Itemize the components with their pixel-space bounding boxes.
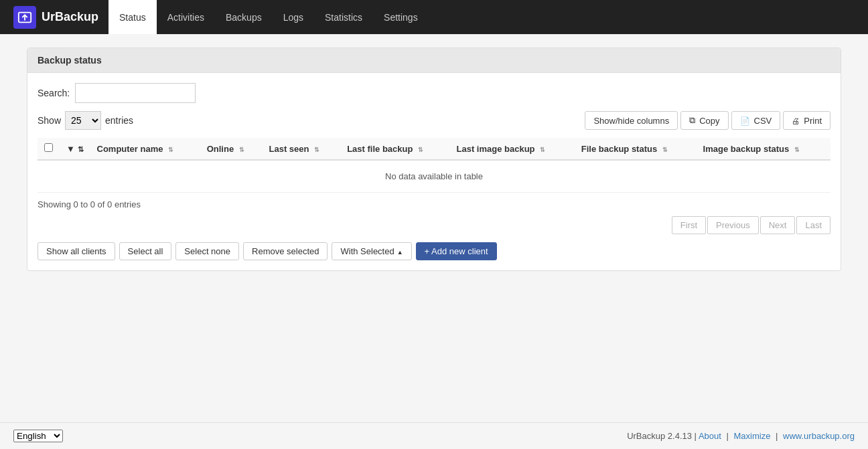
entries-select[interactable]: 10 25 50 100 — [65, 111, 101, 130]
card-title: Backup status — [38, 55, 102, 66]
sort-icon: ⇅ — [78, 145, 84, 153]
nav-item-settings[interactable]: Settings — [373, 0, 429, 34]
sort-last-file-backup: ⇅ — [418, 147, 423, 153]
th-image-backup-status[interactable]: Image backup status ⇅ — [697, 138, 830, 160]
copy-button[interactable]: Copy — [680, 111, 728, 130]
footer-sep1: | — [726, 431, 728, 441]
nav-items: Status Activities Backups Logs Statistic… — [108, 0, 429, 34]
search-label: Search: — [38, 88, 70, 98]
brand-icon — [13, 6, 36, 29]
toolbar-buttons: Show/hide columns Copy CSV Print — [585, 111, 830, 130]
previous-button[interactable]: Previous — [707, 216, 759, 234]
show-hide-columns-button[interactable]: Show/hide columns — [585, 111, 678, 130]
main-content: Backup status Search: Show 10 25 50 100 — [0, 34, 868, 284]
with-selected-icon — [397, 246, 403, 256]
table-header-row: ▼ ⇅ Computer name ⇅ Online ⇅ — [38, 138, 830, 160]
add-new-client-button[interactable]: + Add new client — [416, 242, 497, 260]
first-button[interactable]: First — [672, 216, 706, 234]
copy-icon — [689, 115, 697, 126]
card-header: Backup status — [27, 48, 841, 73]
nav-item-status[interactable]: Status — [108, 0, 157, 34]
brand-svg — [17, 10, 32, 25]
sort-file-backup-status: ⇅ — [662, 147, 668, 153]
th-last-image-backup[interactable]: Last image backup ⇅ — [449, 138, 574, 160]
table-head: ▼ ⇅ Computer name ⇅ Online ⇅ — [38, 138, 830, 160]
footer-version: UrBackup 2.4.13 | — [627, 431, 697, 441]
th-computer-name[interactable]: Computer name ⇅ — [90, 138, 200, 160]
show-label-pre: Show — [38, 115, 61, 126]
footer-about-link[interactable]: About — [699, 431, 721, 441]
pagination-info: Showing 0 to 0 of 0 entries — [38, 199, 830, 209]
footer-maximize-link[interactable]: Maximize — [734, 431, 771, 441]
show-row: Show 10 25 50 100 entries Show/hide colu… — [38, 111, 830, 130]
select-all-checkbox[interactable] — [44, 143, 53, 152]
sort-computer-name: ⇅ — [168, 147, 173, 153]
no-data-row: No data available in table — [38, 160, 830, 193]
nav-item-statistics[interactable]: Statistics — [314, 0, 373, 34]
th-expand: ▼ ⇅ — [60, 138, 90, 160]
brand-logo[interactable]: UrBackup — [7, 6, 105, 29]
select-all-button[interactable]: Select all — [119, 242, 172, 260]
th-last-seen[interactable]: Last seen ⇅ — [263, 138, 341, 160]
search-input[interactable] — [75, 83, 196, 103]
pagination-buttons: First Previous Next Last — [38, 216, 830, 234]
footer: English Deutsch Français Español UrBacku… — [0, 422, 868, 449]
expand-icon: ▼ — [66, 144, 75, 154]
footer-website-link[interactable]: www.urbackup.org — [783, 431, 855, 441]
th-online[interactable]: Online ⇅ — [200, 138, 263, 160]
sort-last-image-backup: ⇅ — [540, 147, 545, 153]
th-file-backup-status[interactable]: File backup status ⇅ — [575, 138, 697, 160]
sort-last-seen: ⇅ — [314, 147, 319, 153]
sort-image-backup-status: ⇅ — [794, 147, 800, 153]
brand-name: UrBackup — [42, 10, 98, 24]
with-selected-button[interactable]: With Selected — [332, 242, 411, 260]
print-button[interactable]: Print — [783, 111, 830, 130]
show-all-clients-button[interactable]: Show all clients — [38, 242, 115, 260]
last-button[interactable]: Last — [796, 216, 830, 234]
next-button[interactable]: Next — [760, 216, 796, 234]
search-row: Search: — [38, 83, 830, 103]
no-data-message: No data available in table — [38, 160, 830, 193]
th-last-file-backup[interactable]: Last file backup ⇅ — [340, 138, 449, 160]
select-none-button[interactable]: Select none — [175, 242, 239, 260]
navbar: UrBackup Status Activities Backups Logs … — [0, 0, 868, 34]
card-body: Search: Show 10 25 50 100 entries — [27, 73, 841, 270]
print-icon — [792, 116, 801, 126]
backup-status-card: Backup status Search: Show 10 25 50 100 — [27, 48, 841, 271]
footer-lang: English Deutsch Français Español — [13, 430, 63, 442]
nav-item-backups[interactable]: Backups — [215, 0, 273, 34]
show-label-post: entries — [105, 115, 133, 126]
language-select[interactable]: English Deutsch Français Español — [13, 430, 63, 442]
table-wrapper: ▼ ⇅ Computer name ⇅ Online ⇅ — [38, 138, 830, 193]
nav-item-activities[interactable]: Activities — [157, 0, 215, 34]
table-body: No data available in table — [38, 160, 830, 193]
th-checkbox — [38, 138, 60, 160]
nav-item-logs[interactable]: Logs — [273, 0, 314, 34]
csv-button[interactable]: CSV — [731, 111, 781, 130]
footer-sep2: | — [776, 431, 778, 441]
action-row: Show all clients Select all Select none … — [38, 242, 830, 260]
backup-table: ▼ ⇅ Computer name ⇅ Online ⇅ — [38, 138, 830, 193]
footer-info: UrBackup 2.4.13 | About | Maximize | www… — [627, 431, 855, 441]
remove-selected-button[interactable]: Remove selected — [243, 242, 328, 260]
sort-online: ⇅ — [239, 147, 244, 153]
csv-icon — [740, 116, 751, 126]
show-left: Show 10 25 50 100 entries — [38, 111, 133, 130]
